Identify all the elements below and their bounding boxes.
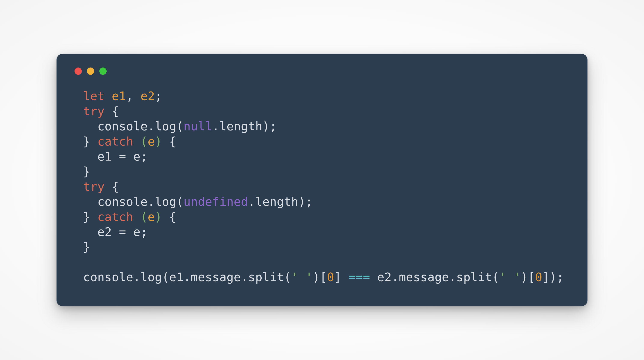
close-icon[interactable] — [74, 68, 82, 75]
zoom-icon[interactable] — [99, 68, 106, 75]
code-token: e2 — [83, 225, 119, 239]
code-token: . — [148, 119, 155, 133]
code-token: ( — [284, 270, 291, 284]
window-controls — [74, 68, 570, 75]
code-token: split — [456, 270, 492, 284]
code-token: ' ' — [291, 270, 313, 284]
code-token: e — [148, 135, 155, 148]
code-token: e — [134, 225, 141, 239]
code-token: 0 — [327, 270, 334, 284]
code-token: message — [399, 270, 449, 284]
code-token: = — [119, 225, 134, 239]
code-token: console — [83, 119, 148, 133]
code-token: ; — [155, 89, 162, 103]
code-token: ; — [140, 225, 148, 239]
minimize-icon[interactable] — [87, 68, 94, 75]
code-token: ; — [140, 150, 148, 163]
code-token: e — [148, 210, 155, 224]
code-token: ] — [334, 270, 348, 284]
code-token: try — [83, 104, 112, 118]
code-token: ); — [262, 119, 277, 133]
code-token: )[ — [521, 270, 535, 284]
code-token: catch — [98, 210, 140, 224]
code-token: } — [83, 135, 98, 148]
code-token: . — [248, 195, 256, 208]
code-token: e1 — [83, 150, 119, 163]
code-token: ( — [162, 270, 169, 284]
code-token: = — [119, 150, 134, 163]
code-token: ( — [176, 119, 184, 133]
code-token: ( — [140, 135, 148, 148]
code-token: { — [162, 135, 176, 148]
stage: let e1, e2; try { console.log(null.lengt… — [0, 0, 644, 360]
code-token: log — [155, 119, 176, 133]
code-token: . — [148, 195, 155, 208]
code-token: ( — [492, 270, 499, 284]
code-token: } — [83, 240, 90, 254]
code-token: . — [212, 119, 220, 133]
code-token: } — [83, 165, 90, 178]
code-token: log — [140, 270, 162, 284]
code-token: )[ — [312, 270, 327, 284]
code-token: } — [83, 210, 98, 224]
code-token: , — [126, 89, 140, 103]
code-token: === — [348, 270, 370, 284]
code-token: length — [220, 119, 262, 133]
code-token: log — [155, 195, 176, 208]
code-token: null — [184, 119, 212, 133]
code-token: e — [134, 150, 141, 163]
code-token: catch — [98, 135, 140, 148]
code-token: e1 — [112, 89, 126, 103]
code-token: ' ' — [499, 270, 521, 284]
code-token: e2 — [140, 89, 155, 103]
code-token: { — [162, 210, 176, 224]
code-token: . — [241, 270, 248, 284]
code-window: let e1, e2; try { console.log(null.lengt… — [56, 54, 588, 306]
code-token: e2 — [370, 270, 392, 284]
code-token: ); — [298, 195, 312, 208]
code-token: { — [112, 180, 119, 193]
code-token: console — [83, 270, 134, 284]
code-token: split — [248, 270, 284, 284]
code-token: console — [83, 195, 148, 208]
code-block: let e1, e2; try { console.log(null.lengt… — [74, 89, 570, 284]
code-token: let — [83, 89, 112, 103]
code-token: undefined — [184, 195, 248, 208]
code-token: 0 — [535, 270, 542, 284]
code-token: ( — [176, 195, 184, 208]
code-token: message — [191, 270, 241, 284]
code-token: length — [255, 195, 298, 208]
code-token: ]); — [542, 270, 564, 284]
code-token: . — [134, 270, 141, 284]
code-token: e1 — [169, 270, 184, 284]
code-token: ( — [140, 210, 148, 224]
code-token: . — [392, 270, 399, 284]
code-token: ) — [155, 210, 162, 224]
code-token: . — [184, 270, 191, 284]
code-token: { — [112, 104, 119, 118]
code-token: . — [449, 270, 456, 284]
code-token: try — [83, 180, 112, 193]
code-token: ) — [155, 135, 162, 148]
